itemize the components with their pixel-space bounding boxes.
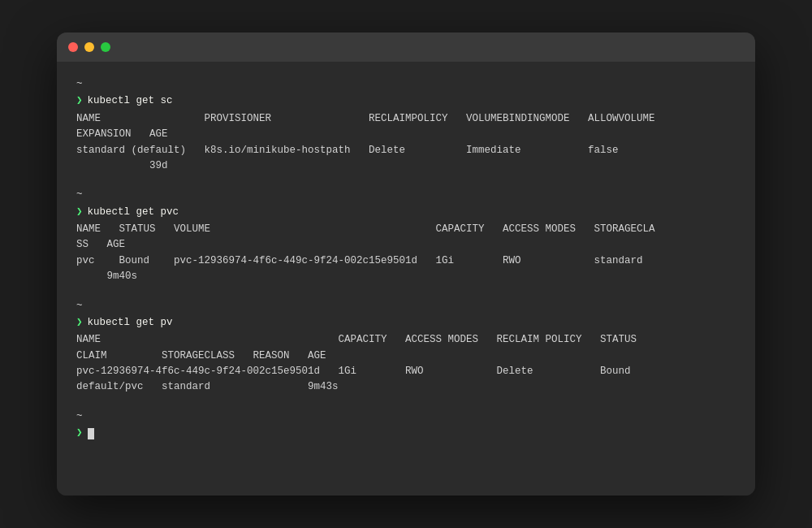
tilde-1: ~ — [76, 76, 736, 92]
prompt-pv: ❯ kubectl get pv — [76, 315, 736, 331]
section-sc: ~ ❯ kubectl get sc NAME PROVISIONER RECL… — [76, 76, 736, 174]
terminal-window: ~ ❯ kubectl get sc NAME PROVISIONER RECL… — [57, 32, 755, 496]
output-pvc-line-0: NAME STATUS VOLUME CAPACITY ACCESS MODES… — [76, 222, 736, 237]
prompt-arrow-final: ❯ — [76, 426, 83, 441]
traffic-lights — [68, 42, 110, 52]
prompt-final: ❯ — [76, 426, 736, 441]
prompt-arrow-2: ❯ — [76, 205, 83, 220]
output-sc-line-3: 39d — [76, 158, 736, 174]
minimize-button[interactable] — [84, 42, 94, 52]
output-pv-line-0: NAME CAPACITY ACCESS MODES RECLAIM POLIC… — [76, 332, 736, 348]
output-sc-line-2: standard (default) k8s.io/minikube-hostp… — [76, 143, 736, 158]
output-pvc-line-1: SS AGE — [76, 237, 736, 253]
output-sc-line-1: EXPANSION AGE — [76, 127, 736, 142]
section-pvc: ~ ❯ kubectl get pvc NAME STATUS VOLUME C… — [76, 187, 736, 284]
command-pv: kubectl get pv — [88, 315, 173, 331]
output-pv-line-3: default/pvc standard 9m43s — [76, 379, 736, 395]
output-sc-line-0: NAME PROVISIONER RECLAIMPOLICY VOLUMEBIN… — [76, 111, 736, 127]
terminal-body[interactable]: ~ ❯ kubectl get sc NAME PROVISIONER RECL… — [57, 62, 755, 496]
prompt-arrow-1: ❯ — [76, 93, 83, 109]
tilde-2: ~ — [76, 187, 736, 202]
output-pvc-line-2: pvc Bound pvc-12936974-4f6c-449c-9f24-00… — [76, 253, 736, 269]
output-pv-line-2: pvc-12936974-4f6c-449c-9f24-002c15e9501d… — [76, 364, 736, 379]
cursor — [88, 428, 94, 439]
command-pvc: kubectl get pvc — [88, 205, 179, 220]
prompt-sc: ❯ kubectl get sc — [76, 93, 736, 109]
output-pvc-line-3: 9m40s — [76, 269, 736, 284]
section-final: ~ ❯ — [76, 409, 736, 442]
close-button[interactable] — [68, 42, 78, 52]
tilde-3: ~ — [76, 298, 736, 314]
maximize-button[interactable] — [101, 42, 110, 52]
titlebar — [57, 32, 755, 62]
output-pv: NAME CAPACITY ACCESS MODES RECLAIM POLIC… — [76, 332, 736, 396]
command-sc: kubectl get sc — [88, 93, 173, 109]
output-pv-line-1: CLAIM STORAGECLASS REASON AGE — [76, 348, 736, 364]
tilde-final: ~ — [76, 409, 736, 424]
prompt-arrow-3: ❯ — [76, 315, 83, 331]
prompt-pvc: ❯ kubectl get pvc — [76, 205, 736, 220]
output-sc: NAME PROVISIONER RECLAIMPOLICY VOLUMEBIN… — [76, 111, 736, 175]
output-pvc: NAME STATUS VOLUME CAPACITY ACCESS MODES… — [76, 222, 736, 285]
section-pv: ~ ❯ kubectl get pv NAME CAPACITY ACCESS … — [76, 298, 736, 396]
